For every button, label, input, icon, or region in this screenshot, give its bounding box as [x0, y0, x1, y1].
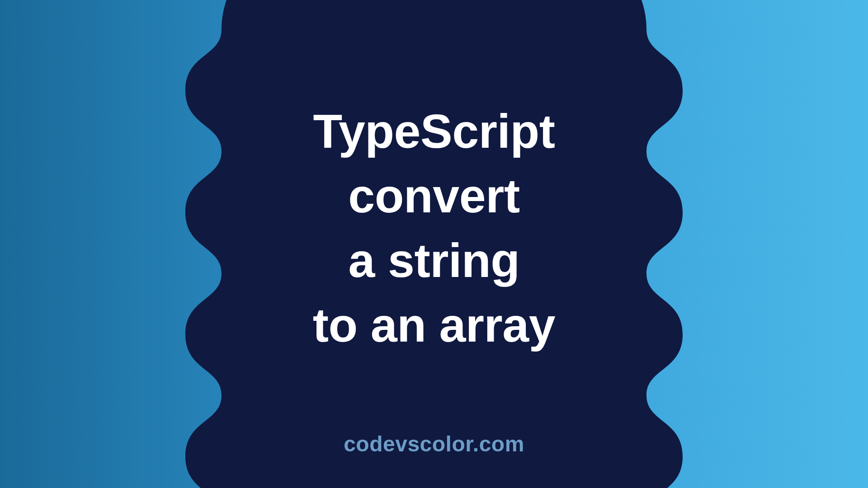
banner-title: TypeScript convert a string to an array	[313, 99, 556, 357]
title-line-3: a string	[313, 228, 556, 293]
title-line-4: to an array	[313, 293, 556, 357]
content-area: TypeScript convert a string to an array …	[0, 0, 868, 488]
site-label: codevscolor.com	[344, 432, 524, 456]
banner-canvas: TypeScript convert a string to an array …	[0, 0, 868, 488]
footer: codevscolor.com	[0, 432, 868, 456]
title-line-1: TypeScript	[313, 99, 556, 164]
title-line-2: convert	[313, 164, 556, 228]
